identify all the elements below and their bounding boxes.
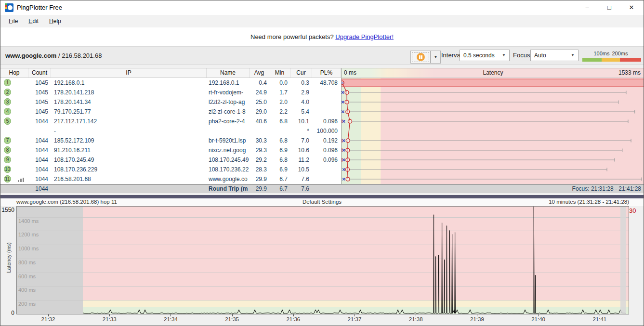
avg-cell: 28.3 xyxy=(250,165,269,174)
min-cell: 6.8 xyxy=(269,155,290,165)
ip-cell: 79.170.251.77 xyxy=(51,107,207,117)
trace-table: HopCountIPNameAvgMinCurPL% 0 ms Latency … xyxy=(0,68,644,194)
pause-icon xyxy=(417,53,425,61)
name-cell: nixcz.net.goog xyxy=(207,145,250,155)
column-header-name[interactable]: Name xyxy=(207,68,250,78)
minimize-button[interactable]: – xyxy=(576,0,598,15)
xaxis-label: 21:36 xyxy=(286,316,300,322)
hop-cell: 9 xyxy=(0,155,28,165)
count-cell: 1044 xyxy=(28,155,51,165)
packet-loss-cell: 0.096 xyxy=(312,117,341,126)
focus-range-text: Focus: 21:31:28 - 21:41:28 xyxy=(341,184,641,194)
min-cell: 6.8 xyxy=(269,136,290,145)
table-row[interactable]: -*100.000 xyxy=(0,126,341,136)
avg-cell: 29.3 xyxy=(250,145,269,155)
count-cell: 1045 xyxy=(28,88,51,97)
column-header-hop[interactable]: Hop xyxy=(0,68,28,78)
avg-cell xyxy=(250,126,269,136)
name-cell: pha2-core-2-4 xyxy=(207,117,250,126)
table-row[interactable]: 111044216.58.201.68www.google.co29.96.77… xyxy=(0,174,341,184)
timeline-settings-label: Default Settings xyxy=(0,199,644,205)
table-row[interactable]: 31045178.20.141.34l2zl2-zl-top-ag25.02.0… xyxy=(0,97,341,107)
column-header-avg[interactable]: Avg xyxy=(250,68,269,78)
menu-edit[interactable]: Edit xyxy=(23,16,44,26)
legend-segment-1 xyxy=(602,58,620,62)
min-cell: 2.2 xyxy=(269,107,290,117)
timeline-plot[interactable]: 200 ms400 ms600 ms800 ms1000 ms1200 ms14… xyxy=(16,206,629,314)
hop-badge: 10 xyxy=(4,166,11,173)
column-header-pl[interactable]: PL% xyxy=(312,68,341,78)
table-row[interactable]: 51044217.112.171.142pha2-core-2-440.66.8… xyxy=(0,117,341,126)
min-cell: 1.7 xyxy=(269,88,290,97)
hop-badge: 5 xyxy=(4,117,11,125)
ip-cell: 192.168.0.1 xyxy=(51,78,207,88)
focus-value: Auto xyxy=(534,52,546,59)
table-row[interactable]: 21045178.20.141.218rt-fr-vodojem-24.91.7… xyxy=(0,88,341,97)
hop-cell: 7 xyxy=(0,136,28,145)
menu-file[interactable]: File xyxy=(3,16,23,26)
target-host: www.google.com xyxy=(5,52,56,59)
timeline-ymin-label: 0 xyxy=(0,310,14,316)
xaxis-label: 21:37 xyxy=(348,316,362,322)
app-logo-icon xyxy=(5,3,13,12)
column-header-ip[interactable]: IP xyxy=(51,68,207,78)
table-row[interactable]: 4104579.170.251.77zl2-zl-core-1-829.02.2… xyxy=(0,107,341,117)
xaxis-label: 21:33 xyxy=(103,316,117,322)
timeline-range-label: 10 minutes (21:31:28 - 21:41:28) xyxy=(549,199,629,205)
name-cell xyxy=(207,126,250,136)
min-cell: 6.8 xyxy=(269,117,290,126)
target-ip: 216.58.201.68 xyxy=(62,52,102,59)
hop-badge: 4 xyxy=(4,108,11,115)
ip-cell: 185.52.172.109 xyxy=(51,136,207,145)
count-cell: 1044 xyxy=(28,136,51,145)
menu-help[interactable]: Help xyxy=(44,16,66,26)
hop-badge: 9 xyxy=(4,156,11,163)
hop-cell: 2 xyxy=(0,88,28,97)
latency-graph xyxy=(341,78,644,184)
hop-badge: 11 xyxy=(4,175,11,183)
interval-select[interactable]: 0.5 seconds ▼ xyxy=(460,50,510,61)
table-row[interactable]: 71044185.52.172.109br-t-5920t1.isp30.36.… xyxy=(0,136,341,145)
latency-scale-max: 1533 ms xyxy=(618,68,641,78)
pause-button[interactable] xyxy=(410,51,431,64)
summary-min: 6.7 xyxy=(269,184,290,194)
hop-cell: 3 xyxy=(0,97,28,107)
packet-loss-cell xyxy=(312,107,341,117)
maximize-button[interactable]: □ xyxy=(598,0,620,15)
cur-cell: 0.3 xyxy=(290,78,312,88)
pause-dropdown-button[interactable]: ▼ xyxy=(431,51,441,64)
column-header-count[interactable]: Count xyxy=(28,68,51,78)
avg-cell: 29.0 xyxy=(250,107,269,117)
chevron-down-icon: ▼ xyxy=(571,50,575,61)
packet-loss-cell xyxy=(312,88,341,97)
xaxis-label: 21:41 xyxy=(592,316,606,322)
table-row[interactable]: 11045192.168.0.1192.168.0.10.40.00.348.7… xyxy=(0,78,341,88)
packet-loss-cell: 0.192 xyxy=(312,136,341,145)
name-cell: zl2-zl-core-1-8 xyxy=(207,107,250,117)
cur-cell: 5.4 xyxy=(290,107,312,117)
cur-cell: 10.5 xyxy=(290,165,312,174)
summary-cur: 7.6 xyxy=(290,184,312,194)
column-header-cur[interactable]: Cur xyxy=(290,68,312,78)
packet-loss-cell xyxy=(312,97,341,107)
xaxis-label: 21:38 xyxy=(409,316,423,322)
table-row[interactable]: 101044108.170.236.229108.170.236.2228.36… xyxy=(0,165,341,174)
interval-label: Interval xyxy=(441,46,462,65)
round-trip-row[interactable]: 1044 Round Trip (m 29.9 6.7 7.6 Focus: 2… xyxy=(0,184,644,194)
history-graph-icon[interactable] xyxy=(18,177,24,182)
table-row[interactable]: 91044108.170.245.49108.170.245.4929.26.8… xyxy=(0,155,341,165)
window-title: PingPlotter Free xyxy=(17,0,62,15)
xaxis-label: 21:35 xyxy=(225,316,239,322)
table-header: HopCountIPNameAvgMinCurPL% xyxy=(0,68,341,78)
pingplotter-window: PingPlotter Free –□✕ FileEditHelp Need m… xyxy=(0,0,644,326)
upgrade-link[interactable]: Upgrade PingPlotter! xyxy=(335,33,394,40)
column-header-min[interactable]: Min xyxy=(269,68,290,78)
focus-select[interactable]: Auto ▼ xyxy=(530,50,578,61)
panel-splitter[interactable] xyxy=(0,195,644,198)
close-button[interactable]: ✕ xyxy=(620,0,643,15)
hop-badge: 1 xyxy=(4,79,11,86)
count-cell: 1044 xyxy=(28,165,51,174)
table-row[interactable]: 8104491.210.16.211nixcz.net.goog29.36.91… xyxy=(0,145,341,155)
cur-cell: 11.2 xyxy=(290,155,312,165)
avg-cell: 29.9 xyxy=(250,174,269,184)
